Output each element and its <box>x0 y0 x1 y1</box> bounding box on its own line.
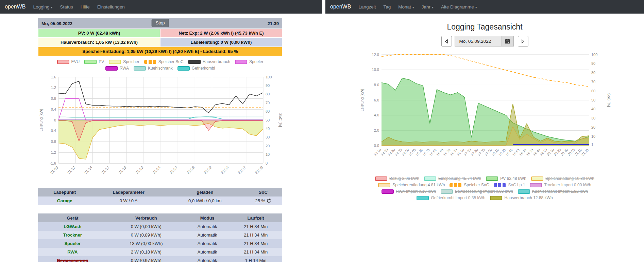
nav-item-monat[interactable]: Monat▾ <box>398 4 414 10</box>
left-brand[interactable]: openWB <box>5 4 26 10</box>
calendar-button[interactable] <box>502 36 514 46</box>
legend-bewaesserung-import-0-98-kwh[interactable]: Bewaesserung Import 0.98 kWh <box>441 189 513 194</box>
legend-soc-lp-1[interactable]: SoC Lp 1 <box>494 183 525 187</box>
legend-speicher-soc[interactable]: Speicher SoC <box>450 183 489 187</box>
legend-kuehlschrank[interactable]: Kuehlschrank <box>134 66 173 71</box>
legend-gefrierkombi-import-0-35-kwh[interactable]: Gefrierkombi Import 0.35 kWh <box>417 195 485 200</box>
device-name: RWA <box>38 248 107 256</box>
svg-text:15:20: 15:20 <box>414 148 423 156</box>
nav-item-logging[interactable]: Logging▾ <box>33 4 52 10</box>
legend-swatch <box>378 183 390 187</box>
legend-swatch <box>531 176 543 181</box>
legend-pv-62-48-kwh[interactable]: PV 62.48 kWh <box>486 176 526 181</box>
col-header-laufzeit: Laufzeit <box>229 213 282 222</box>
ladeparameter-value: 0 W / 0 A <box>91 196 166 205</box>
svg-text:0: 0 <box>266 161 268 165</box>
svg-text:14:05: 14:05 <box>380 148 389 156</box>
svg-text:20:55: 20:55 <box>567 148 576 156</box>
legend-swatch <box>486 176 498 181</box>
legend-speicher[interactable]: Speicher <box>109 59 139 64</box>
svg-text:10: 10 <box>591 134 595 138</box>
svg-text:20:10: 20:10 <box>546 148 555 156</box>
legend-swatch <box>530 183 542 187</box>
right-brand[interactable]: openWB <box>330 4 351 10</box>
legend-gefrierkombi[interactable]: Gefrierkombi <box>177 66 215 71</box>
legend-label: Speicher SoC <box>464 183 489 187</box>
svg-text:19:10: 19:10 <box>518 148 527 156</box>
legend-hausverbrauch-12-88-kwh[interactable]: Hausverbrauch 12.88 kWh <box>490 195 553 200</box>
legend-hausverbrauch[interactable]: Hausverbrauch <box>188 59 230 64</box>
legend-label: PV 62.48 kWh <box>500 176 526 181</box>
legend-evu[interactable]: EVU <box>57 59 80 64</box>
legend-pv[interactable]: PV <box>84 59 104 64</box>
legend-speicherentladung-4-81-kwh[interactable]: Speicherentladung 4.81 kWh <box>378 183 445 187</box>
svg-text:6.0: 6.0 <box>374 98 379 102</box>
svg-text:21:32: 21:32 <box>203 165 213 175</box>
ladepunkt-name: Garage <box>38 196 91 205</box>
svg-text:16:35: 16:35 <box>449 148 458 156</box>
svg-text:17:35: 17:35 <box>477 148 486 156</box>
legend-label: PV <box>99 59 104 64</box>
svg-text:14:50: 14:50 <box>401 148 410 156</box>
chevron-down-icon: ▾ <box>412 5 414 9</box>
prev-day-button[interactable] <box>441 36 452 46</box>
legend-swatch <box>84 60 97 64</box>
nav-item-einstellungen[interactable]: Einstellungen <box>97 4 125 10</box>
legend-rwa-import-0-10-kwh[interactable]: RWA Import 0.10 kWh <box>382 189 436 194</box>
legend-label: Kuehlschrank <box>148 66 173 71</box>
nav-item-langzeit[interactable]: Langzeit <box>358 4 376 10</box>
legend-rwa[interactable]: RWA <box>105 66 129 71</box>
device-verbrauch: 13 W (0,00 kWh) <box>107 239 186 248</box>
nav-item-status[interactable]: Status <box>60 4 73 10</box>
legend-bezug-2-06-kwh[interactable]: Bezug 2.06 kWh <box>375 176 419 181</box>
info-cell-ladeleistung: Ladeleistung: 0 W (0,00 kWh) <box>160 38 282 47</box>
legend-swatch <box>441 189 453 194</box>
svg-text:90: 90 <box>266 83 270 88</box>
nav-item-tag[interactable]: Tag <box>383 4 391 10</box>
svg-text:-0.8: -0.8 <box>50 139 56 144</box>
svg-text:13:50: 13:50 <box>373 148 382 156</box>
nav-item-jahr[interactable]: Jahr▾ <box>422 4 434 10</box>
chevron-down-icon: ▾ <box>51 5 52 9</box>
legend-trockner-import-0-00-kwh[interactable]: Trockner Import 0.00 kWh <box>530 183 591 187</box>
device-name: LGWash <box>38 222 107 231</box>
next-day-button[interactable] <box>518 36 528 46</box>
svg-text:20: 20 <box>266 144 270 148</box>
svg-text:21:24: 21:24 <box>152 165 161 175</box>
legend-swatch <box>177 66 190 71</box>
legend-kuehlschrank-import-1-82-kwh[interactable]: Kuehlschrank Import 1.82 kWh <box>518 189 588 194</box>
legend-speicher-soc[interactable]: Speicher SoC <box>144 59 184 64</box>
svg-text:21:25: 21:25 <box>580 148 589 156</box>
date-input[interactable]: Mo, 05.09.2022 <box>455 36 502 46</box>
legend-speicherladung-10-30-kwh[interactable]: Speicherladung 10.30 kWh <box>531 176 594 181</box>
svg-text:15:50: 15:50 <box>428 148 437 156</box>
nav-item-alte-diagramme[interactable]: Alte Diagramme▾ <box>441 4 477 10</box>
soc-cell: 25 % <box>255 198 271 203</box>
svg-text:50: 50 <box>591 98 595 102</box>
legend-einspeisung-45-74-kwh[interactable]: Einspeisung 45.74 kWh <box>424 176 481 181</box>
svg-text:18:10: 18:10 <box>491 148 499 156</box>
left-chart-legend: EVUPVSpeicherSpeicher SoCHausverbrauchSp… <box>43 59 277 72</box>
left-nav-menu: Logging▾StatusHilfeEinstellungen <box>33 4 132 10</box>
svg-text:21:14: 21:14 <box>84 165 93 175</box>
nav-item-hilfe[interactable]: Hilfe <box>81 4 90 10</box>
stop-button[interactable]: Stop <box>152 19 169 27</box>
svg-text:14:20: 14:20 <box>387 148 396 156</box>
refresh-soc-icon[interactable] <box>267 199 271 203</box>
svg-text:16:50: 16:50 <box>456 148 465 156</box>
svg-text:20:25: 20:25 <box>553 148 562 156</box>
device-name: Bewaesserung <box>38 256 107 262</box>
ladepunkt-table: LadepunktLadeparametergeladenSoC Garage0… <box>38 188 282 205</box>
svg-text:100: 100 <box>591 53 597 57</box>
device-row-lgwash: LGWash0 W (0,00 kWh)Automatik21 H 34 Min <box>38 222 282 231</box>
date-picker: Mo, 05.09.2022 <box>325 36 644 46</box>
svg-text:60: 60 <box>266 109 270 113</box>
svg-text:12.0: 12.0 <box>372 53 379 57</box>
svg-text:1.6: 1.6 <box>51 75 56 79</box>
legend-label: Kuehlschrank Import 1.82 kWh <box>532 189 588 194</box>
legend-spueler[interactable]: Spueler <box>235 59 263 64</box>
legend-swatch <box>134 66 146 71</box>
svg-text:4.0: 4.0 <box>374 113 379 117</box>
legend-label: Speicherentladung 4.81 kWh <box>392 183 445 187</box>
legend-label: Gefrierkombi <box>192 66 215 71</box>
